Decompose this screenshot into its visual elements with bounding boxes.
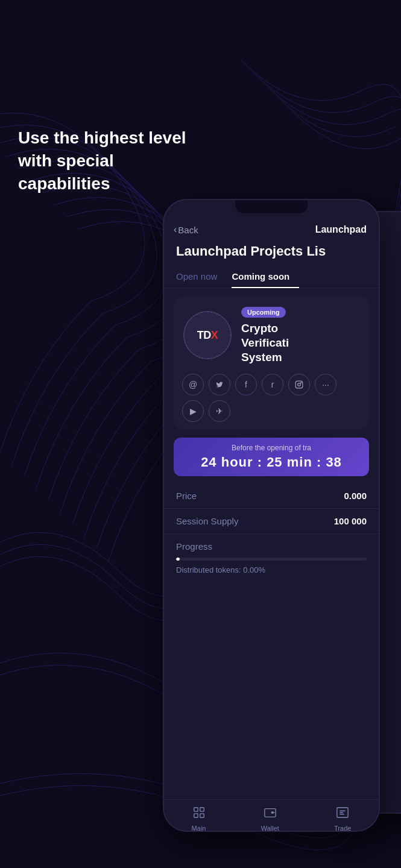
tabs-container: Open now Coming soon <box>164 266 379 288</box>
detail-row-supply: Session Supply 100 000 <box>164 509 379 534</box>
project-info: Upcoming Crypto Verificati System <box>241 306 359 364</box>
phone-screen: ‹ Back Launchpad Launchpad Projects Lis … <box>164 213 379 832</box>
page-title: Launchpad Projects Lis <box>164 240 379 266</box>
progress-bar-bg <box>176 558 367 561</box>
svg-point-1 <box>298 383 301 386</box>
distributed-text: Distributed tokens: 0.00% <box>176 565 367 574</box>
detail-row-price: Price 0.000 <box>164 483 379 509</box>
svg-rect-6 <box>200 814 203 817</box>
project-card-header: TDX Upcoming Crypto Verificati System <box>174 297 369 371</box>
main-icon <box>192 806 206 822</box>
social-icon-youtube[interactable]: ▶ <box>182 400 204 422</box>
svg-rect-3 <box>194 808 197 811</box>
price-value: 0.000 <box>344 491 367 501</box>
nav-bar: ‹ Back Launchpad <box>164 219 379 240</box>
nav-title: Launchpad <box>315 224 367 235</box>
project-card: TDX Upcoming Crypto Verificati System @ <box>174 297 369 429</box>
countdown-banner: Before the opening of tra 24 hour : 25 m… <box>174 438 369 476</box>
logo-x: X <box>211 329 218 341</box>
svg-rect-0 <box>295 381 303 388</box>
back-button[interactable]: ‹ Back <box>174 224 198 235</box>
svg-rect-5 <box>194 814 197 817</box>
bottom-nav-main[interactable]: Main <box>192 806 206 832</box>
social-icon-reddit[interactable]: r <box>262 374 283 395</box>
back-label: Back <box>178 225 198 235</box>
tab-coming-soon[interactable]: Coming soon <box>232 266 299 288</box>
project-name: Crypto Verificati System <box>241 321 359 364</box>
bottom-nav-wallet[interactable]: Wallet <box>261 806 279 832</box>
progress-section: Progress Distributed tokens: 0.00% <box>164 534 379 584</box>
social-icon-at[interactable]: @ <box>182 374 204 395</box>
project-logo: TDX <box>183 311 232 359</box>
supply-value: 100 000 <box>334 516 367 526</box>
social-icon-instagram[interactable] <box>288 374 310 395</box>
wallet-icon <box>264 806 277 822</box>
tab-open-now[interactable]: Open now <box>176 266 227 288</box>
svg-rect-4 <box>200 808 203 811</box>
upcoming-badge: Upcoming <box>241 307 286 318</box>
phone-notch <box>235 200 308 213</box>
phone-frame-main: ‹ Back Launchpad Launchpad Projects Lis … <box>163 199 380 832</box>
svg-point-8 <box>271 812 273 814</box>
trade-icon <box>336 806 349 822</box>
social-icon-more[interactable]: ··· <box>315 374 336 395</box>
countdown-time: 24 hour : 25 min : 38 <box>183 454 359 470</box>
social-icon-twitter[interactable] <box>209 374 230 395</box>
supply-label: Session Supply <box>176 516 238 526</box>
price-label: Price <box>176 491 197 501</box>
progress-title: Progress <box>176 541 367 552</box>
main-label: Main <box>192 825 206 832</box>
trade-label: Trade <box>334 825 351 832</box>
social-icons-row: @ f r ··· ▶ ✈ <box>174 371 369 429</box>
back-arrow-icon: ‹ <box>174 224 177 235</box>
wallet-label: Wallet <box>261 825 279 832</box>
marketing-headline: Use the highest level with special capab… <box>18 127 187 195</box>
svg-point-2 <box>301 382 302 383</box>
bottom-nav-trade[interactable]: Trade <box>334 806 351 832</box>
logo-text: TDX <box>197 329 218 342</box>
social-icon-facebook[interactable]: f <box>235 374 257 395</box>
progress-bar-fill <box>176 558 180 561</box>
bottom-nav: Main Wallet <box>164 799 379 832</box>
countdown-label: Before the opening of tra <box>183 444 359 452</box>
social-icon-telegram[interactable]: ✈ <box>209 400 230 422</box>
